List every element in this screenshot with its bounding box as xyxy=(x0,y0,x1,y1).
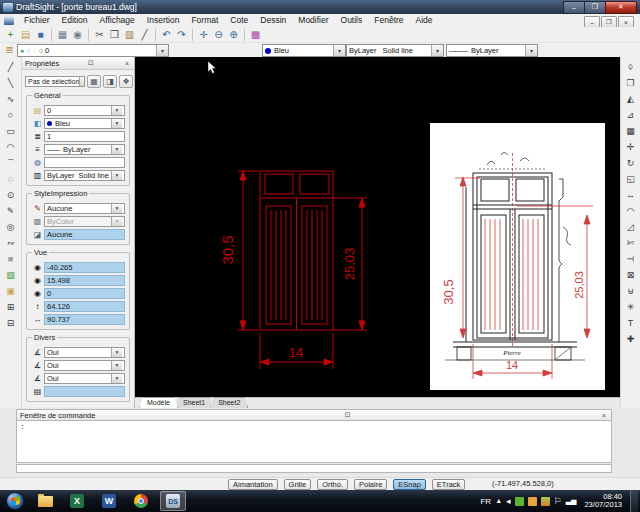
cad-door-entity[interactable] xyxy=(260,171,333,330)
trim-icon[interactable]: ✄ xyxy=(623,235,639,251)
polyline-icon[interactable]: ∿ xyxy=(3,91,19,107)
zoom-in-icon[interactable]: ⊕ xyxy=(226,28,241,42)
tab-sheet1[interactable]: Sheet1 xyxy=(175,397,213,408)
misc-value-field[interactable]: Oui▾ xyxy=(44,360,125,371)
chevron-down-icon[interactable]: ▾ xyxy=(111,374,122,383)
polar-toggle[interactable]: Polaire xyxy=(354,479,387,490)
chevron-down-icon[interactable]: ▾ xyxy=(525,45,537,56)
taskbar-word-button[interactable]: W xyxy=(96,491,122,511)
menu-item[interactable]: Affichage xyxy=(94,14,141,27)
move-icon[interactable]: ✛ xyxy=(623,139,639,155)
rotate-icon[interactable]: ↻ xyxy=(623,155,639,171)
etrack-toggle[interactable]: ETrack xyxy=(432,479,465,490)
color-palette-icon[interactable]: ▩ xyxy=(248,28,263,42)
rectangle-icon[interactable]: ▭ xyxy=(3,123,19,139)
weld-icon[interactable]: ⊎ xyxy=(623,283,639,299)
update-tray-icon[interactable] xyxy=(528,497,537,506)
cad-dimensions[interactable]: 30,5 25,03 14 xyxy=(219,171,367,369)
chamfer-icon[interactable]: ◿ xyxy=(623,219,639,235)
chevron-down-icon[interactable]: ▾ xyxy=(431,45,443,56)
undo-icon[interactable]: ↶ xyxy=(159,28,174,42)
pan-icon[interactable]: ✛ xyxy=(196,28,211,42)
minimize-button[interactable]: – xyxy=(563,1,584,14)
hatch-icon[interactable]: ▧ xyxy=(3,267,19,283)
solid-icon[interactable]: ■ xyxy=(3,251,19,267)
hyperlink-field[interactable] xyxy=(44,157,125,168)
tray-expand-icon[interactable]: ▲ xyxy=(495,496,502,506)
close-panel-icon[interactable]: × xyxy=(123,60,131,67)
menu-item[interactable]: Modifier xyxy=(292,14,334,27)
copy-entity-icon[interactable]: ❐ xyxy=(623,75,639,91)
menu-item[interactable]: Fenêtre xyxy=(368,14,409,27)
chevron-down-icon[interactable]: ▾ xyxy=(111,106,122,115)
menu-item[interactable]: Dessin xyxy=(254,14,292,27)
new-file-icon[interactable]: + xyxy=(3,28,18,42)
chevron-down-icon[interactable]: ▾ xyxy=(111,145,122,154)
graphics-area[interactable]: 30,5 25,03 14 xyxy=(135,57,620,408)
extend-icon[interactable]: ⊣ xyxy=(623,251,639,267)
pin-icon[interactable]: ⊡ xyxy=(86,59,96,67)
chevron-down-icon[interactable]: ▾ xyxy=(79,77,85,86)
chevron-down-icon[interactable]: ▾ xyxy=(111,204,122,213)
edit-text-icon[interactable]: T xyxy=(623,315,639,331)
tab-sheet2[interactable]: Sheet2 xyxy=(210,397,248,408)
chevron-down-icon[interactable]: ▾ xyxy=(111,361,122,370)
point-icon[interactable]: ⊙ xyxy=(3,187,19,203)
explode-icon[interactable]: ✳ xyxy=(623,299,639,315)
antivirus-tray-icon[interactable] xyxy=(515,497,524,506)
spline-icon[interactable]: ⌒ xyxy=(3,155,19,171)
chevron-down-icon[interactable]: ▾ xyxy=(111,348,122,357)
split-icon[interactable]: ⊠ xyxy=(623,267,639,283)
printstyle-field[interactable]: ByLayerSolid line▾ xyxy=(44,170,125,181)
redo-icon[interactable]: ↷ xyxy=(174,28,189,42)
line-style-combobox[interactable]: ByLayer Solid line ▾ xyxy=(346,44,444,57)
taskbar-excel-button[interactable]: X xyxy=(64,491,90,511)
chevron-down-icon[interactable]: ▾ xyxy=(111,171,122,180)
freehand-icon[interactable]: ∾ xyxy=(3,235,19,251)
pin-icon[interactable]: ⊡ xyxy=(343,411,353,419)
format-painter-icon[interactable]: ╱ xyxy=(137,28,152,42)
linetype-field[interactable]: ——ByLayer▾ xyxy=(44,144,125,155)
start-button[interactable] xyxy=(6,492,24,510)
arc-icon[interactable]: ◠ xyxy=(3,139,19,155)
style-table-field[interactable]: Aucune xyxy=(44,229,125,240)
zoom-out-icon[interactable]: ⊖ xyxy=(211,28,226,42)
ring-icon[interactable]: ◎ xyxy=(3,219,19,235)
mirror-icon[interactable]: ◭ xyxy=(623,91,639,107)
save-icon[interactable]: ■ xyxy=(33,28,48,42)
app-tray-icon[interactable] xyxy=(541,497,550,506)
chevron-down-icon[interactable]: ▾ xyxy=(333,45,345,56)
show-desktop-button[interactable] xyxy=(630,490,638,512)
insert-image-icon[interactable]: ▣ xyxy=(3,283,19,299)
selection-combobox[interactable]: Pas de sélection ▾ xyxy=(25,76,85,87)
clock[interactable]: 08:40 23/07/2013 xyxy=(584,493,622,510)
menu-item[interactable]: Fichier xyxy=(18,14,56,27)
misc-value-field[interactable]: Oui▾ xyxy=(44,347,125,358)
menu-item[interactable]: Outils xyxy=(335,14,369,27)
menu-item[interactable]: Edition xyxy=(56,14,94,27)
misc-value-field[interactable] xyxy=(44,386,125,397)
taskbar-explorer-button[interactable] xyxy=(32,491,58,511)
lineweight-field[interactable]: 1 xyxy=(44,131,125,142)
command-input[interactable] xyxy=(16,464,612,473)
paste-icon[interactable]: ▥ xyxy=(122,28,137,42)
fillet-icon[interactable]: ◠ xyxy=(623,203,639,219)
circle-icon[interactable]: ○ xyxy=(3,107,19,123)
sketch-icon[interactable]: ✎ xyxy=(3,203,19,219)
offset-icon[interactable]: ⊿ xyxy=(623,107,639,123)
infinite-line-icon[interactable]: ╲ xyxy=(3,75,19,91)
menu-item[interactable]: Cote xyxy=(224,14,254,27)
line-color-combobox[interactable]: Bleu ▾ xyxy=(262,44,346,57)
line-icon[interactable]: ╱ xyxy=(3,59,19,75)
layers-manager-icon[interactable]: ≣ xyxy=(2,43,17,57)
chevron-down-icon[interactable]: ▾ xyxy=(111,119,122,128)
erase-icon[interactable]: ◊ xyxy=(623,59,639,75)
reference-image-entity[interactable]: 30,5 25,03 14 Pierre xyxy=(430,123,605,390)
layer-combobox[interactable]: ●○◌○ 0 ▾ xyxy=(17,44,169,57)
select-entities-icon[interactable]: ▦ xyxy=(87,75,101,88)
print-preview-icon[interactable]: ◉ xyxy=(70,28,85,42)
taskbar-chrome-button[interactable] xyxy=(128,491,154,511)
copy-icon[interactable]: ❐ xyxy=(107,28,122,42)
misc-value-field[interactable]: Oui▾ xyxy=(44,373,125,384)
stretch-icon[interactable]: ↔ xyxy=(623,187,639,203)
